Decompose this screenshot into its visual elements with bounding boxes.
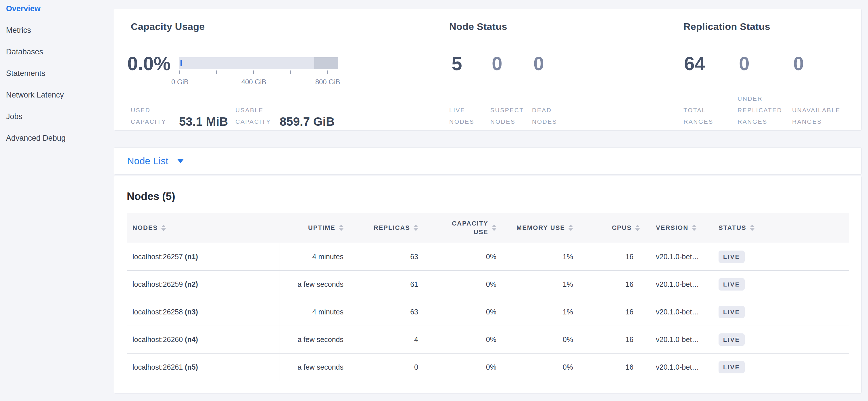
node-name-cell[interactable]: localhost:26257 (n1) bbox=[127, 243, 279, 270]
capacity-percent: 0.0% bbox=[127, 53, 170, 75]
capacity-use-cell: 0% bbox=[424, 270, 502, 298]
replicas-cell: 0 bbox=[349, 353, 424, 381]
version-cell: v20.1.0-bet… bbox=[650, 270, 713, 298]
memory-use-cell: 1% bbox=[502, 298, 579, 326]
capacity-usage-title: Capacity Usage bbox=[131, 21, 205, 32]
axis-tick bbox=[216, 70, 217, 74]
axis-tick bbox=[253, 70, 254, 74]
replicas-cell: 4 bbox=[349, 326, 424, 353]
node-name-cell[interactable]: localhost:26260 (n4) bbox=[127, 326, 279, 353]
unavailable-ranges-label: UNAVAILABLE RANGES bbox=[792, 105, 840, 127]
under-replicated-ranges-count: 0 bbox=[739, 53, 750, 75]
cpus-cell: 16 bbox=[579, 298, 650, 326]
suspect-nodes-label: SUSPECT NODES bbox=[490, 105, 524, 127]
sidebar-item-overview[interactable]: Overview bbox=[0, 3, 114, 25]
live-nodes-count: 5 bbox=[452, 53, 462, 75]
version-cell: v20.1.0-bet… bbox=[650, 326, 713, 353]
node-name-cell[interactable]: localhost:26259 (n2) bbox=[127, 270, 279, 298]
sidebar-item-databases[interactable]: Databases bbox=[0, 47, 114, 68]
usable-capacity-label: USABLE CAPACITY bbox=[236, 105, 271, 127]
sort-icon bbox=[339, 225, 343, 231]
status-cell: LIVE bbox=[713, 298, 849, 326]
uptime-cell: a few seconds bbox=[279, 326, 349, 353]
column-header-status[interactable]: STATUS bbox=[713, 213, 849, 243]
axis-tick bbox=[179, 70, 180, 74]
uptime-cell: a few seconds bbox=[279, 270, 349, 298]
cpus-cell: 16 bbox=[579, 270, 650, 298]
cpus-cell: 16 bbox=[579, 353, 650, 381]
sidebar-item-advanced-debug[interactable]: Advanced Debug bbox=[0, 133, 114, 154]
suspect-nodes-count: 0 bbox=[492, 53, 502, 75]
node-list-selector-card: Node List bbox=[114, 147, 862, 175]
status-cell: LIVE bbox=[713, 353, 849, 381]
column-header-capacity-use[interactable]: CAPACITY USE bbox=[424, 213, 502, 243]
capacity-use-cell: 0% bbox=[424, 326, 502, 353]
node-status-title: Node Status bbox=[449, 21, 507, 32]
version-cell: v20.1.0-bet… bbox=[650, 298, 713, 326]
column-header-status-label: STATUS bbox=[718, 224, 746, 232]
axis-label-800: 800 GiB bbox=[315, 78, 340, 86]
node-name-cell[interactable]: localhost:26258 (n3) bbox=[127, 298, 279, 326]
memory-use-cell: 1% bbox=[502, 270, 579, 298]
node-list-dropdown[interactable]: Node List bbox=[127, 155, 184, 167]
sort-icon bbox=[161, 225, 166, 231]
under-replicated-ranges-label: UNDER- REPLICATED RANGES bbox=[738, 93, 782, 127]
cluster-summary-card: Capacity Usage 0.0% 0 GiB 400 GiB 800 Gi… bbox=[114, 9, 862, 131]
nodes-table: NODES UPTIME REPLICAS CAPACITY USE M bbox=[127, 213, 849, 381]
used-capacity-label: USED CAPACITY bbox=[131, 105, 166, 127]
table-row: localhost:26258 (n3) 4 minutes 63 0% 1% … bbox=[127, 298, 849, 326]
sidebar: Overview Metrics Databases Statements Ne… bbox=[0, 0, 114, 401]
sidebar-item-metrics[interactable]: Metrics bbox=[0, 25, 114, 47]
column-header-cpus-label: CPUS bbox=[612, 224, 632, 232]
nodes-table-card: Nodes (5) NODES UPTIME REPLICAS bbox=[114, 176, 862, 394]
total-ranges-label: TOTAL RANGES bbox=[683, 105, 713, 127]
chevron-down-icon bbox=[177, 159, 184, 163]
sidebar-item-jobs[interactable]: Jobs bbox=[0, 111, 114, 133]
sidebar-item-statements[interactable]: Statements bbox=[0, 68, 114, 90]
axis-label-400: 400 GiB bbox=[242, 78, 267, 86]
node-name-cell[interactable]: localhost:26261 (n5) bbox=[127, 353, 279, 381]
sidebar-item-network-latency[interactable]: Network Latency bbox=[0, 90, 114, 111]
node-list-dropdown-label: Node List bbox=[127, 155, 168, 167]
column-header-nodes[interactable]: NODES bbox=[127, 213, 279, 243]
column-header-uptime[interactable]: UPTIME bbox=[279, 213, 349, 243]
column-header-nodes-label: NODES bbox=[132, 224, 158, 232]
column-header-memory-use-label: MEMORY USE bbox=[517, 224, 565, 232]
sort-icon bbox=[413, 225, 418, 231]
replicas-cell: 61 bbox=[349, 270, 424, 298]
column-header-uptime-label: UPTIME bbox=[308, 224, 335, 232]
sort-icon bbox=[692, 225, 696, 231]
column-header-replicas-label: REPLICAS bbox=[374, 224, 410, 232]
dead-nodes-label: DEAD NODES bbox=[532, 105, 557, 127]
uptime-cell: a few seconds bbox=[279, 353, 349, 381]
used-capacity-value: 53.1 MiB bbox=[179, 115, 228, 128]
status-cell: LIVE bbox=[713, 326, 849, 353]
usable-capacity-value: 859.7 GiB bbox=[280, 115, 335, 128]
axis-tick bbox=[290, 70, 291, 74]
axis-tick bbox=[327, 70, 328, 74]
table-row: localhost:26257 (n1) 4 minutes 63 0% 1% … bbox=[127, 243, 849, 270]
replicas-cell: 63 bbox=[349, 243, 424, 270]
nodes-table-title: Nodes (5) bbox=[127, 191, 175, 202]
sort-icon bbox=[568, 225, 573, 231]
cpus-cell: 16 bbox=[579, 243, 650, 270]
capacity-use-cell: 0% bbox=[424, 298, 502, 326]
status-badge: LIVE bbox=[718, 334, 745, 346]
column-header-capacity-use-label: CAPACITY USE bbox=[452, 219, 488, 236]
column-header-version-label: VERSION bbox=[656, 224, 688, 232]
capacity-use-cell: 0% bbox=[424, 353, 502, 381]
column-header-version[interactable]: VERSION bbox=[650, 213, 713, 243]
sort-icon bbox=[750, 225, 754, 231]
capacity-gauge bbox=[179, 57, 338, 69]
column-header-replicas[interactable]: REPLICAS bbox=[349, 213, 424, 243]
status-badge: LIVE bbox=[718, 278, 745, 290]
table-header-row: NODES UPTIME REPLICAS CAPACITY USE M bbox=[127, 213, 849, 243]
capacity-gauge-reserved-segment bbox=[314, 57, 338, 69]
status-cell: LIVE bbox=[713, 243, 849, 270]
sort-icon bbox=[492, 225, 496, 231]
table-row: localhost:26260 (n4) a few seconds 4 0% … bbox=[127, 326, 849, 353]
column-header-cpus[interactable]: CPUS bbox=[579, 213, 650, 243]
column-header-memory-use[interactable]: MEMORY USE bbox=[502, 213, 579, 243]
version-cell: v20.1.0-bet… bbox=[650, 353, 713, 381]
axis-label-0: 0 GiB bbox=[171, 78, 189, 86]
